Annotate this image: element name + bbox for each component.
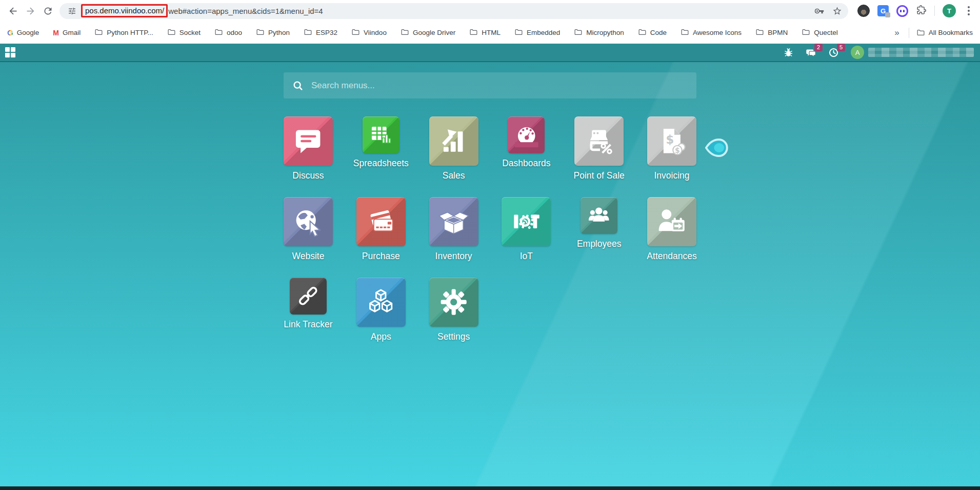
app-tile-purchase[interactable] xyxy=(356,197,406,246)
bookmark-item[interactable]: Google Driver xyxy=(401,28,455,38)
bookmark-item[interactable]: odoo xyxy=(214,28,242,38)
app-cell: Dashboards xyxy=(502,116,551,169)
browser-profile-avatar[interactable]: T xyxy=(943,4,956,17)
app-tile-point-of-sale[interactable] xyxy=(574,116,624,166)
app-label: IoT xyxy=(520,251,533,262)
app-tile-discuss[interactable] xyxy=(284,116,333,166)
app-label: Attendances xyxy=(647,251,696,262)
folder-icon xyxy=(214,28,223,36)
bookmark-item[interactable]: Micropython xyxy=(574,28,624,38)
bookmark-item[interactable]: Socket xyxy=(167,28,201,38)
folder-icon xyxy=(401,28,409,36)
app-tile-apps[interactable] xyxy=(356,278,406,327)
app-cell: Point of Sale xyxy=(574,116,624,181)
gauge-icon xyxy=(514,123,539,147)
app-tile-dashboards[interactable] xyxy=(508,116,545,153)
bookmark-label: Code xyxy=(650,29,667,36)
bookmark-item[interactable]: HTML xyxy=(469,28,501,38)
bookmark-label: Python xyxy=(268,29,290,36)
folder-icon xyxy=(167,28,176,38)
folder-icon xyxy=(802,28,810,36)
bookmark-label: Quectel xyxy=(814,29,838,36)
app-label: Purchase xyxy=(362,251,400,262)
folder-icon xyxy=(94,28,103,36)
bookmark-label: BPMN xyxy=(768,29,788,36)
folder-icon xyxy=(681,28,689,36)
folder-icon xyxy=(256,28,265,38)
bookmark-item[interactable]: Awesome Icons xyxy=(681,28,742,38)
bookmark-label: Socket xyxy=(179,29,201,36)
app-tile-link-tracker[interactable] xyxy=(290,278,327,315)
browser-menu-kebab-icon[interactable] xyxy=(964,4,974,17)
folder-icon xyxy=(256,28,265,36)
app-tile-spreadsheets[interactable] xyxy=(363,116,399,153)
app-label: Website xyxy=(292,251,325,262)
app-header: 2 5 A xyxy=(0,44,980,62)
url-bar[interactable]: pos.demo.viindoo.com/ web#action=apps_me… xyxy=(59,3,848,19)
ring-extension-icon[interactable] xyxy=(896,5,908,17)
app-tile-inventory[interactable] xyxy=(429,197,478,246)
refresh-icon[interactable] xyxy=(39,2,56,19)
all-bookmarks-button[interactable]: All Bookmarks xyxy=(916,28,973,37)
bookmark-item[interactable]: Viindoo xyxy=(351,28,387,38)
app-row: Link Tracker Apps Settings xyxy=(284,278,696,342)
folder-icon xyxy=(681,28,689,38)
app-tile-website[interactable] xyxy=(284,197,333,246)
forward-icon[interactable] xyxy=(22,2,39,19)
search-box[interactable] xyxy=(284,72,696,99)
messages-icon[interactable]: 2 xyxy=(806,47,816,58)
user-menu[interactable]: A xyxy=(851,46,974,59)
back-icon[interactable] xyxy=(4,2,22,19)
bookmark-label: Google Driver xyxy=(413,29,455,36)
apps-menu-grid-icon[interactable] xyxy=(5,47,15,57)
app-label: Sales xyxy=(443,170,465,181)
app-cell: Employees xyxy=(574,197,624,249)
user-name-redacted xyxy=(868,48,974,57)
bookmark-item[interactable]: Quectel xyxy=(802,28,838,38)
password-key-icon[interactable] xyxy=(814,6,824,16)
folder-icon xyxy=(755,28,764,38)
debug-bug-icon[interactable] xyxy=(783,47,794,58)
folder-icon xyxy=(514,28,523,36)
bookmark-item[interactable]: Code xyxy=(638,28,667,38)
site-settings-icon[interactable] xyxy=(66,5,78,17)
bookmark-item[interactable]: G Google xyxy=(7,28,39,37)
app-tile-employees[interactable] xyxy=(581,197,617,234)
bookmark-label: Google xyxy=(17,29,39,36)
bookmark-label: odoo xyxy=(227,29,242,36)
translate-extension-icon[interactable]: G xyxy=(877,5,889,16)
bookmark-item[interactable]: ESP32 xyxy=(304,28,337,38)
folder-icon xyxy=(351,28,360,38)
app-cell: Spreadsheets xyxy=(356,116,406,169)
attendance-calendar-icon xyxy=(655,205,688,238)
extensions-puzzle-icon[interactable] xyxy=(916,5,927,17)
search-input[interactable] xyxy=(311,81,688,91)
bookmarks-overflow-chevron[interactable]: » xyxy=(892,28,901,38)
bookmark-label: Viindoo xyxy=(364,29,387,36)
monkey-extension-icon[interactable] xyxy=(857,5,870,17)
bookmark-label: ESP32 xyxy=(316,29,337,36)
folder-icon xyxy=(214,28,223,38)
folder-icon xyxy=(514,28,523,38)
bookmark-item[interactable]: Python xyxy=(256,28,290,38)
app-tile-sales[interactable] xyxy=(429,116,478,166)
activities-badge: 5 xyxy=(837,44,845,51)
bookmark-item[interactable]: BPMN xyxy=(755,28,788,38)
app-tile-settings[interactable] xyxy=(429,278,478,327)
globe-cursor-icon xyxy=(292,205,324,238)
bookmark-item[interactable]: Embedded xyxy=(514,28,560,38)
folder-icon xyxy=(469,28,478,38)
app-tile-invoicing[interactable]: $$ xyxy=(647,116,696,166)
bookmark-label: Awesome Icons xyxy=(693,29,742,36)
bookmarks-separator xyxy=(909,28,909,38)
app-cell: Attendances xyxy=(647,197,696,262)
user-avatar: A xyxy=(851,46,864,59)
apps-grid: Discuss Spreadsheets Sales Dashboards Po… xyxy=(284,116,696,342)
app-cell: Settings xyxy=(429,278,478,342)
bookmark-item[interactable]: Python HTTP... xyxy=(94,28,153,38)
app-tile-attendances[interactable] xyxy=(647,197,696,246)
bookmark-star-icon[interactable] xyxy=(832,6,842,16)
app-tile-iot[interactable] xyxy=(502,197,551,246)
bookmark-item[interactable]: M Gmail xyxy=(53,29,81,37)
activities-clock-icon[interactable]: 5 xyxy=(828,47,839,58)
